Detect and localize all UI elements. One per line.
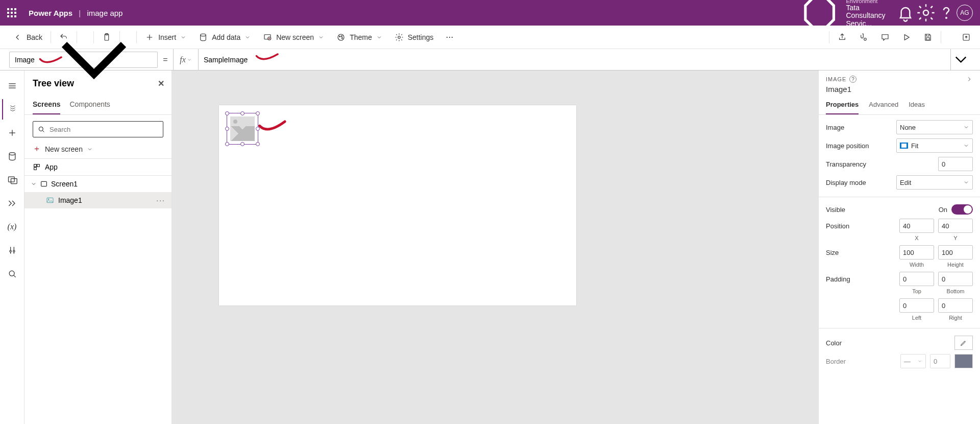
- tree-search[interactable]: [33, 121, 163, 137]
- rail-hamburger[interactable]: [2, 76, 22, 96]
- tab-properties[interactable]: Properties: [826, 98, 859, 114]
- properties-pane: IMAGE ? Image1 Properties Advanced Ideas…: [819, 70, 980, 424]
- plus-icon: ＋: [33, 144, 41, 154]
- rail-tree-view[interactable]: [2, 99, 22, 120]
- formula-bar: Image = fx SampleImage: [0, 49, 980, 70]
- border-style-select[interactable]: —: [900, 354, 926, 368]
- rail-flows[interactable]: [2, 193, 22, 214]
- close-tree-button[interactable]: ✕: [158, 79, 164, 88]
- border-color-button[interactable]: [954, 354, 973, 368]
- resize-handle[interactable]: [225, 142, 229, 146]
- prop-padding-label: Padding: [826, 275, 899, 283]
- app-label: App: [45, 163, 58, 171]
- svg-point-19: [13, 250, 14, 252]
- resize-handle[interactable]: [225, 127, 229, 131]
- environment-picker[interactable]: Environment Tata Consultancy Servic...: [798, 0, 886, 34]
- resize-handle[interactable]: [240, 111, 244, 115]
- share-button[interactable]: [832, 30, 852, 45]
- tree-new-screen[interactable]: ＋ New screen: [24, 142, 172, 159]
- width-input[interactable]: 100: [899, 245, 934, 260]
- padding-bottom-input[interactable]: 0: [938, 272, 973, 286]
- annotation-check-icon: [257, 118, 289, 137]
- resize-handle[interactable]: [256, 111, 260, 115]
- prop-position-label: Position: [826, 222, 899, 230]
- new-screen-button[interactable]: New screen: [258, 30, 329, 45]
- tab-ideas[interactable]: Ideas: [909, 98, 925, 114]
- notifications-icon[interactable]: [895, 3, 916, 23]
- help-icon[interactable]: ?: [849, 76, 856, 83]
- padding-top-input[interactable]: 0: [899, 272, 934, 286]
- tree-view-pane: Tree view ✕ Screens Components ＋ New scr…: [24, 70, 172, 424]
- color-picker-button[interactable]: [954, 336, 973, 350]
- tree-image-node[interactable]: Image1 ···: [24, 192, 172, 208]
- position-y-input[interactable]: 40: [938, 219, 973, 233]
- rail-media[interactable]: [2, 170, 22, 190]
- border-width-input[interactable]: 0: [930, 354, 950, 368]
- tree-screen-node[interactable]: Screen1: [24, 176, 172, 192]
- svg-point-9: [341, 35, 342, 36]
- save-button[interactable]: [918, 30, 938, 45]
- waffle-icon[interactable]: [7, 8, 16, 17]
- control-name: Image1: [819, 85, 980, 98]
- visible-toggle[interactable]: [951, 204, 973, 215]
- save-menu[interactable]: [944, 31, 954, 43]
- edit-icon: [960, 339, 968, 347]
- svg-point-15: [9, 153, 15, 155]
- settings-gear-icon[interactable]: [916, 3, 936, 23]
- rail-variables[interactable]: (x): [2, 217, 22, 237]
- equals-sign: =: [158, 55, 173, 64]
- resize-handle[interactable]: [240, 142, 244, 146]
- settings-button[interactable]: Settings: [389, 30, 439, 45]
- app-checker-button[interactable]: [854, 30, 873, 45]
- prop-color-label: Color: [826, 339, 954, 347]
- rail-data[interactable]: [2, 146, 22, 167]
- svg-point-21: [39, 127, 43, 131]
- fx-button[interactable]: fx: [173, 49, 199, 70]
- prop-image-select[interactable]: None: [896, 120, 973, 134]
- tree-app-node[interactable]: App: [24, 159, 172, 176]
- height-input[interactable]: 100: [938, 245, 973, 260]
- prop-border-label: Border: [826, 358, 900, 365]
- canvas-screen[interactable]: [219, 105, 576, 305]
- rail-tools[interactable]: [2, 240, 22, 261]
- user-avatar[interactable]: AG: [957, 5, 973, 21]
- image-placeholder-icon: [230, 116, 255, 141]
- expand-formula-button[interactable]: [950, 49, 971, 70]
- resize-handle[interactable]: [256, 142, 260, 146]
- rail-search[interactable]: [2, 264, 22, 284]
- image-icon: [46, 196, 54, 204]
- prop-display-select[interactable]: Edit: [896, 175, 973, 190]
- insert-label: Insert: [158, 33, 176, 41]
- prop-size-label: Size: [826, 249, 899, 256]
- prop-image-label: Image: [826, 124, 896, 131]
- theme-button[interactable]: Theme: [331, 30, 387, 45]
- prop-transparency-input[interactable]: 0: [938, 157, 973, 171]
- publish-button[interactable]: [957, 30, 976, 45]
- collapse-properties-icon[interactable]: [966, 76, 973, 83]
- preview-button[interactable]: [897, 30, 916, 45]
- tab-advanced[interactable]: Advanced: [869, 98, 898, 114]
- rail-insert[interactable]: [2, 123, 22, 143]
- node-more-button[interactable]: ···: [156, 196, 165, 204]
- tree-search-input[interactable]: [50, 126, 159, 133]
- comments-button[interactable]: [875, 30, 895, 45]
- top-caption: Top: [899, 288, 934, 294]
- new-screen-label: New screen: [276, 33, 314, 41]
- prop-imgpos-select[interactable]: Fit: [896, 138, 973, 153]
- svg-rect-16: [8, 177, 14, 182]
- svg-rect-22: [34, 164, 37, 167]
- selected-image-control[interactable]: [227, 113, 258, 145]
- svg-point-1: [946, 17, 947, 18]
- overflow-menu[interactable]: ···: [440, 29, 458, 45]
- left-caption: Left: [899, 315, 934, 321]
- canvas-area[interactable]: [172, 70, 819, 424]
- resize-handle[interactable]: [225, 111, 229, 115]
- position-x-input[interactable]: 40: [899, 219, 934, 233]
- add-data-button[interactable]: Add data: [193, 30, 256, 45]
- help-icon[interactable]: [936, 3, 957, 23]
- padding-left-input[interactable]: 0: [899, 298, 934, 313]
- padding-right-input[interactable]: 0: [938, 298, 973, 313]
- formula-input[interactable]: SampleImage: [199, 49, 950, 70]
- property-selector[interactable]: Image: [9, 52, 158, 68]
- svg-rect-17: [11, 179, 17, 184]
